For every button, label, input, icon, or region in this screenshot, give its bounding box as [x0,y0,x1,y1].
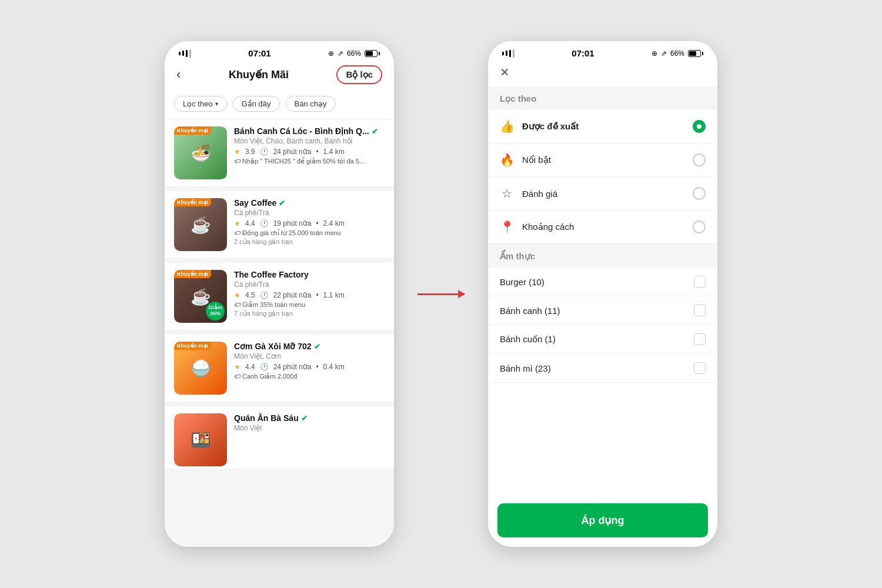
checkbox-banhcanh[interactable] [694,305,706,316]
star-icon: ★ [234,291,240,299]
restaurant-list: 🍜 Khuyến mại Bánh Canh Cá Lóc - Bình Địn… [165,119,394,547]
promo-badge: Khuyến mại [174,342,211,350]
radio-button-distance[interactable] [693,220,706,233]
restaurant-stores: 7 cửa hàng gần bạn [234,310,385,318]
sort-label-recommended: Được đề xuất [522,121,579,132]
fire-icon: 🔥 [500,153,514,167]
sort-option-recommended[interactable]: 👍 Được đề xuất [488,110,717,143]
restaurant-image-wrap: 🍱 [174,413,227,466]
restaurant-meta: ★ 4.4 🕐 19 phút nữa • 2.4 km [234,219,385,228]
restaurant-cuisine: Cà phê/Trà [234,209,385,217]
sort-label-featured: Nổi bật [522,155,551,165]
cuisine-label-banhcuon: Bánh cuốn (1) [500,334,556,345]
restaurant-image: 🍱 [174,413,227,466]
restaurant-name: Quán Ăn Bà Sáu ✔ [234,413,385,423]
battery-left: ⊕ ⇗ 66% [328,49,380,58]
restaurant-promo: 🏷 Canh Giảm 2.000đ [234,373,385,380]
back-button[interactable]: ‹ [176,67,181,82]
cuisine-option-banhmi[interactable]: Bánh mì (23) [488,354,717,383]
battery-icon-right [688,50,703,57]
list-item[interactable]: 🍚 Khuyến mại Cơm Gà Xôi Mỡ 702 ✔ Món Việ… [165,335,394,402]
restaurant-image-wrap: ☕ Khuyến mại Giảm35% [174,270,227,323]
filter-chips-row: Lọc theo ▾ Gần đây Bán chạy [165,91,394,119]
restaurant-promo: 🏷 Giảm 35% toàn menu [234,301,385,309]
right-phone: 07:01 ⊕ ⇗ 66% ✕ Lọc theo [488,41,717,547]
thumbs-up-icon: 👍 [500,119,514,133]
cuisine-option-banhcanh[interactable]: Bánh canh (11) [488,296,717,325]
location-icon: 📍 [500,220,514,234]
restaurant-name: The Coffee Factory [234,270,385,279]
clock-icon: 🕐 [260,363,269,371]
restaurant-image-wrap: ☕ Khuyến mại [174,198,227,251]
star-icon: ★ [234,363,240,371]
sort-option-rating[interactable]: ☆ Đánh giá [488,177,717,211]
discount-badge: Giảm35% [206,302,225,320]
cuisine-label-banhcanh: Bánh canh (11) [500,306,560,316]
star-icon: ★ [234,148,240,156]
status-bar-left: 07:01 ⊕ ⇗ 66% [165,41,394,61]
left-phone: 07:01 ⊕ ⇗ 66% ‹ Khuyến Mãi Bộ lọc Lọc th… [165,41,394,547]
restaurant-name: Bánh Canh Cá Lóc - Bình Định Q... ✔ [234,126,385,136]
signal-indicator-right [502,49,514,58]
restaurant-cuisine: Cà phê/Trà [234,280,385,289]
restaurant-promo: 🏷 Nhập " THICH25 " để giảm 50% tối đa 5.… [234,158,385,165]
clock-icon: 🕐 [260,219,269,228]
verified-icon: ✔ [314,342,320,351]
promo-badge: Khuyến mại [174,270,211,278]
filter-section-title: Lọc theo [488,86,717,110]
verified-icon: ✔ [279,199,285,208]
sort-label-rating: Đánh giá [522,189,557,199]
apply-button[interactable]: Áp dụng [497,503,708,537]
restaurant-meta: ★ 4.5 🕐 22 phút nữa • 1.1 km [234,291,385,299]
restaurant-name: Cơm Gà Xôi Mỡ 702 ✔ [234,342,385,351]
radio-button-rating[interactable] [693,187,706,200]
list-item[interactable]: ☕ Khuyến mại Giảm35% The Coffee Factory … [165,263,394,330]
signal-indicator [179,49,191,58]
nav-bar-left: ‹ Khuyến Mãi Bộ lọc [165,61,394,91]
list-item[interactable]: 🍜 Khuyến mại Bánh Canh Cá Lóc - Bình Địn… [165,119,394,186]
promo-badge: Khuyến mại [174,126,211,135]
radio-button-recommended[interactable] [693,120,706,133]
restaurant-name: Say Coffee ✔ [234,198,385,208]
cuisine-label-banhmi: Bánh mì (23) [500,363,551,373]
arrow-line [417,293,465,295]
sort-option-featured[interactable]: 🔥 Nổi bật [488,143,717,177]
page-title-left: Khuyến Mãi [229,68,289,81]
radio-button-featured[interactable] [693,153,706,166]
chip-gan-day[interactable]: Gần đây [233,96,280,112]
cuisine-section-title: Ẩm thực [488,244,717,268]
chip-ban-chay[interactable]: Bán chạy [286,96,336,112]
chevron-down-icon: ▾ [215,101,218,107]
star-outline-icon: ☆ [500,186,514,201]
list-item[interactable]: 🍱 Quán Ăn Bà Sáu ✔ Món Việt [165,406,394,469]
restaurant-image-wrap: 🍚 Khuyến mại [174,342,227,395]
time-right: 07:01 [572,48,594,58]
checkbox-burger[interactable] [694,276,706,288]
chip-loc-theo[interactable]: Lọc theo ▾ [174,96,227,112]
star-icon: ★ [234,219,240,228]
time-left: 07:01 [248,48,270,58]
filter-button[interactable]: Bộ lọc [336,65,382,84]
restaurant-image-wrap: 🍜 Khuyến mại [174,126,227,179]
battery-right: ⊕ ⇗ 66% [652,49,703,58]
restaurant-info: The Coffee Factory Cà phê/Trà ★ 4.5 🕐 22… [234,270,385,323]
restaurant-cuisine: Món Việt, Cơm [234,352,385,360]
restaurant-meta: ★ 3.9 🕐 24 phút nữa • 1.4 km [234,148,385,156]
restaurant-stores: 2 cửa hàng gần bạn [234,238,385,246]
checkbox-banhcuon[interactable] [694,333,706,345]
restaurant-cuisine: Món Việt, Cháo, Bánh canh, Bánh hỏi [234,137,385,145]
cuisine-option-burger[interactable]: Burger (10) [488,268,717,296]
cuisine-option-banhcuon[interactable]: Bánh cuốn (1) [488,325,717,354]
restaurant-meta: ★ 4.4 🕐 24 phút nữa • 0.4 km [234,363,385,371]
restaurant-info: Bánh Canh Cá Lóc - Bình Định Q... ✔ Món … [234,126,385,179]
sort-option-distance[interactable]: 📍 Khoảng cách [488,211,717,244]
promo-badge: Khuyến mại [174,198,211,206]
restaurant-info: Quán Ăn Bà Sáu ✔ Món Việt [234,413,385,466]
checkbox-banhmi[interactable] [694,362,706,374]
close-button[interactable]: ✕ [500,65,510,79]
restaurant-info: Cơm Gà Xôi Mỡ 702 ✔ Món Việt, Cơm ★ 4.4 … [234,342,385,395]
clock-icon: 🕐 [260,291,269,299]
verified-icon: ✔ [372,127,378,136]
list-item[interactable]: ☕ Khuyến mại Say Coffee ✔ Cà phê/Trà ★ 4… [165,191,394,258]
restaurant-info: Say Coffee ✔ Cà phê/Trà ★ 4.4 🕐 19 phút … [234,198,385,251]
